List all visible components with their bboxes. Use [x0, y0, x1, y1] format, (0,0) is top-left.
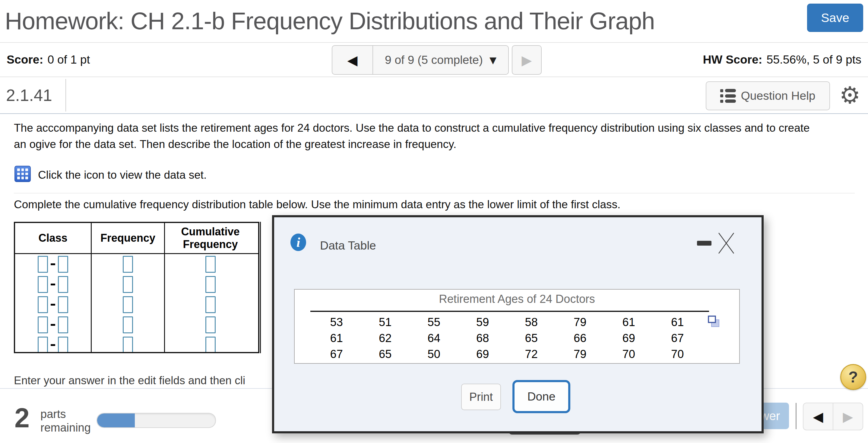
question-bar: 2.1.41 Question Help ⚙: [0, 77, 868, 114]
question-help-button[interactable]: Question Help: [706, 81, 830, 110]
modal-title: Data Table: [320, 239, 376, 252]
class-range-dash: [51, 304, 55, 306]
footer-vertical-divider: [796, 403, 797, 429]
frequency-input[interactable]: [123, 276, 133, 293]
save-button[interactable]: Save: [807, 4, 863, 32]
class-lower-input[interactable]: [38, 337, 48, 353]
print-button[interactable]: Print: [461, 384, 501, 410]
answer-table: Class Frequency Cumulative Frequency: [14, 222, 259, 353]
list-icon: [720, 89, 736, 103]
table-row: [165, 254, 256, 274]
cumulative-frequency-input[interactable]: [206, 276, 216, 293]
frequency-input[interactable]: [123, 256, 133, 273]
help-question-icon[interactable]: ?: [840, 364, 866, 390]
data-table-rule: [310, 311, 709, 312]
data-value: 61: [653, 314, 702, 330]
class-lower-input[interactable]: [38, 276, 48, 293]
class-range-dash: [51, 324, 55, 326]
next-arrow-icon: ▶: [522, 53, 532, 68]
data-value: 55: [409, 314, 459, 330]
prev-arrow-icon: ◀: [813, 409, 824, 424]
instruction-text: Complete the cumulative frequency distri…: [14, 198, 620, 211]
cumulative-frequency-input[interactable]: [206, 337, 216, 353]
data-set-caption: Click the icon to view the data set.: [38, 169, 207, 181]
frequency-input[interactable]: [123, 296, 133, 313]
chevron-down-icon: ▼: [490, 55, 496, 65]
score-bar: Score: 0 of 1 pt ◀ 9 of 9 (5 complete) ▼…: [0, 43, 868, 77]
class-range-dash: [51, 344, 55, 346]
data-value: 59: [459, 314, 507, 330]
data-table-grid: 5351555958796161616264686566696767655069…: [312, 314, 702, 362]
data-value: 69: [459, 346, 507, 362]
enter-answer-text: Enter your answer in the edit fields and…: [14, 374, 245, 387]
cumulative-frequency-input[interactable]: [206, 256, 216, 273]
data-value: 70: [604, 346, 653, 362]
data-value: 51: [361, 314, 410, 330]
table-row: [92, 315, 164, 335]
class-lower-input[interactable]: [38, 296, 48, 313]
class-range-dash: [51, 263, 55, 265]
table-row: [165, 315, 256, 335]
column-header-class: Class: [15, 223, 92, 253]
class-upper-input[interactable]: [58, 256, 68, 273]
table-row: [15, 254, 91, 274]
prev-question-button[interactable]: ◀: [332, 46, 373, 74]
parts-remaining-number: 2: [14, 403, 30, 434]
table-row: [15, 315, 91, 335]
frequency-input[interactable]: [123, 316, 133, 333]
data-table-box: Retirement Ages of 24 Doctors 5351555958…: [294, 289, 740, 364]
problem-text-line1: The acccompanying data set lists the ret…: [14, 122, 810, 134]
footer-next-button[interactable]: ▶: [833, 403, 863, 430]
next-question-button[interactable]: ▶: [512, 45, 542, 75]
data-value: 79: [556, 314, 605, 330]
table-row: [165, 295, 256, 315]
data-table-title: Retirement Ages of 24 Doctors: [294, 293, 739, 306]
class-upper-input[interactable]: [58, 337, 68, 353]
progress-bar: [96, 413, 216, 428]
hw-score-value: 55.56%, 5 of 9 pts: [767, 53, 861, 66]
cumulative-frequency-input[interactable]: [206, 296, 216, 313]
done-button[interactable]: Done: [513, 380, 570, 413]
data-value: 72: [507, 346, 556, 362]
frequency-input[interactable]: [123, 337, 133, 353]
copy-icon[interactable]: [707, 315, 720, 328]
class-lower-input[interactable]: [38, 256, 48, 273]
question-selector[interactable]: 9 of 9 (5 complete) ▼: [373, 46, 508, 74]
footer-prev-button[interactable]: ◀: [803, 403, 833, 430]
table-row: [92, 274, 164, 295]
table-row: [92, 335, 164, 353]
class-lower-input[interactable]: [38, 316, 48, 333]
answer-table-body: [15, 254, 258, 352]
parts-remaining-label: parts remaining: [40, 407, 91, 435]
data-value: 79: [556, 346, 605, 362]
gear-icon[interactable]: ⚙: [836, 77, 864, 113]
data-value: 65: [361, 346, 410, 362]
data-value: 65: [507, 330, 556, 346]
table-row: [165, 274, 256, 295]
table-row: [92, 295, 164, 315]
data-value: 50: [409, 346, 459, 362]
problem-text-line2: an ogive for the data set. Then describe…: [14, 138, 456, 151]
answer-table-outer-line: [260, 222, 261, 353]
data-value: 68: [459, 330, 507, 346]
score-value: 0 of 1 pt: [48, 53, 90, 66]
cumulative-frequency-input[interactable]: [206, 316, 216, 333]
score-label: Score:: [7, 53, 43, 66]
data-value: 61: [312, 330, 361, 346]
hw-score-label: HW Score:: [703, 53, 762, 66]
table-row: [165, 335, 256, 353]
class-upper-input[interactable]: [58, 276, 68, 293]
question-number: 2.1.41: [6, 77, 52, 113]
data-value: 62: [361, 330, 410, 346]
minimize-icon[interactable]: [697, 241, 711, 246]
data-set-icon[interactable]: [14, 166, 31, 182]
table-row: [15, 274, 91, 295]
data-value: 58: [507, 314, 556, 330]
close-icon[interactable]: [717, 230, 736, 257]
page-title: Homework: CH 2.1-b Frequency Distributio…: [5, 0, 819, 42]
class-upper-input[interactable]: [58, 296, 68, 313]
data-value: 64: [409, 330, 459, 346]
question-nav: ◀ 9 of 9 (5 complete) ▼: [332, 45, 509, 75]
class-upper-input[interactable]: [58, 316, 68, 333]
hw-score-text: HW Score: 55.56%, 5 of 9 pts: [703, 43, 861, 76]
